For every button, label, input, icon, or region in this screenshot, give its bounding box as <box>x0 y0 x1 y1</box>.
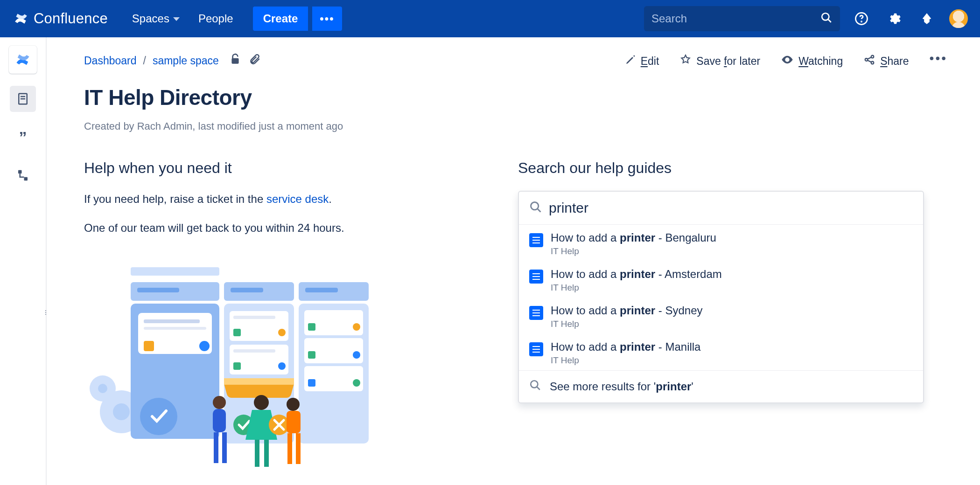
svg-point-28 <box>199 341 210 351</box>
result-title: How to add a printer - Bengaluru <box>551 231 716 244</box>
svg-rect-41 <box>224 378 294 385</box>
action-save-for-later[interactable]: Save for later <box>679 54 760 69</box>
result-title: How to add a printer - Amsterdam <box>551 268 722 281</box>
tree-icon <box>16 168 30 182</box>
search-result[interactable]: How to add a printer - SydneyIT Help <box>519 298 923 334</box>
svg-point-18 <box>113 403 130 420</box>
help-icon <box>854 12 868 26</box>
section-search-heading: Search our help guides <box>518 159 947 177</box>
action-edit[interactable]: Edit <box>625 54 659 68</box>
svg-rect-48 <box>304 338 363 363</box>
action-more[interactable]: ••• <box>930 51 947 66</box>
drag-handle-icon: ⫶ <box>44 308 48 317</box>
bell-icon <box>920 12 933 25</box>
help-button[interactable] <box>850 7 873 30</box>
help-search-input[interactable] <box>549 200 913 216</box>
confluence-icon <box>14 51 31 68</box>
eye-icon <box>781 53 794 69</box>
search-icon <box>529 379 541 394</box>
svg-rect-22 <box>137 288 179 292</box>
illustration <box>84 249 518 482</box>
svg-line-1 <box>828 19 831 22</box>
page-icon <box>529 306 543 320</box>
page-meta: Created by Rach Admin, last modified jus… <box>84 120 947 132</box>
global-search-input[interactable] <box>651 12 815 25</box>
help-paragraph-1: If you need help, raise a ticket in the … <box>84 191 518 208</box>
svg-rect-34 <box>233 316 275 319</box>
rail-app-confluence[interactable] <box>9 46 37 74</box>
more-prefix: See more results for ' <box>550 380 656 393</box>
rail-tree-button[interactable] <box>10 162 36 188</box>
svg-rect-39 <box>233 362 241 370</box>
svg-point-40 <box>278 362 286 370</box>
create-more-button[interactable]: ••• <box>312 7 342 31</box>
search-result[interactable]: How to add a printer - ManillaIT Help <box>519 334 923 370</box>
svg-rect-57 <box>222 432 227 463</box>
page-icon <box>529 270 543 284</box>
nav-spaces[interactable]: Spaces <box>125 7 187 30</box>
svg-point-36 <box>278 329 286 336</box>
ellipsis-icon: ••• <box>320 12 334 25</box>
page-icon <box>16 92 30 106</box>
action-share-label: Share <box>880 55 909 68</box>
quote-icon: ” <box>19 128 27 146</box>
svg-rect-65 <box>287 433 292 464</box>
svg-rect-52 <box>308 379 315 387</box>
brand[interactable]: Confluence <box>13 10 108 27</box>
breadcrumb-dashboard[interactable]: Dashboard <box>84 55 137 67</box>
svg-rect-25 <box>144 319 200 323</box>
result-title: How to add a printer - Manilla <box>551 340 700 353</box>
rail-resize-handle[interactable]: ⫶ <box>44 303 48 322</box>
pencil-icon <box>625 54 636 68</box>
left-rail: ” ⫶ <box>0 37 47 485</box>
help-search-more[interactable]: See more results for 'printer' <box>519 370 923 402</box>
nav-people-label: People <box>198 12 233 25</box>
action-share[interactable]: Share <box>863 54 909 69</box>
svg-point-54 <box>213 396 226 409</box>
more-term: printer <box>656 380 691 393</box>
action-edit-label: Edit <box>641 55 659 68</box>
brand-name: Confluence <box>34 10 108 27</box>
attachments-button[interactable] <box>249 53 261 68</box>
breadcrumb-space[interactable]: sample space <box>153 55 219 67</box>
search-result[interactable]: How to add a printer - AmsterdamIT Help <box>519 261 923 298</box>
global-search[interactable] <box>644 6 840 31</box>
svg-rect-61 <box>264 440 269 467</box>
nav-people[interactable]: People <box>191 7 241 30</box>
profile-avatar[interactable] <box>948 8 969 29</box>
svg-point-19 <box>98 384 107 393</box>
ellipsis-icon: ••• <box>930 51 947 65</box>
svg-point-63 <box>287 398 300 411</box>
result-space: IT Help <box>551 319 703 329</box>
help-search-results: How to add a printer - BengaluruIT HelpH… <box>519 224 923 370</box>
search-result[interactable]: How to add a printer - BengaluruIT Help <box>519 225 923 261</box>
svg-rect-8 <box>24 177 28 181</box>
restrictions-button[interactable] <box>229 53 241 68</box>
help-search-box: How to add a printer - BengaluruIT HelpH… <box>518 191 924 403</box>
svg-rect-46 <box>308 323 315 331</box>
create-button[interactable]: Create <box>253 7 308 31</box>
svg-point-29 <box>140 398 177 435</box>
unlock-icon <box>229 53 241 65</box>
svg-line-68 <box>538 209 541 212</box>
svg-point-50 <box>353 351 360 359</box>
action-watching[interactable]: Watching <box>781 53 843 69</box>
svg-rect-27 <box>144 341 154 351</box>
rail-quotes-button[interactable]: ” <box>10 124 36 150</box>
svg-point-3 <box>861 21 861 22</box>
svg-point-59 <box>254 395 269 410</box>
page-title: IT Help Directory <box>84 85 947 110</box>
help-paragraph-2: One of our team will get back to you wit… <box>84 220 518 236</box>
settings-button[interactable] <box>883 7 905 30</box>
paperclip-icon <box>249 53 261 65</box>
page-actions: Edit Save for later Watching <box>625 53 947 69</box>
action-save-label: Save for later <box>696 55 760 68</box>
service-desk-link[interactable]: service desk <box>266 193 329 205</box>
svg-point-53 <box>353 379 360 387</box>
rail-pages-button[interactable] <box>10 86 36 112</box>
svg-rect-26 <box>144 327 206 330</box>
top-nav: Confluence Spaces People Create ••• <box>0 0 980 37</box>
notifications-button[interactable] <box>916 7 938 30</box>
svg-point-10 <box>786 59 789 61</box>
result-space: IT Help <box>551 355 700 366</box>
